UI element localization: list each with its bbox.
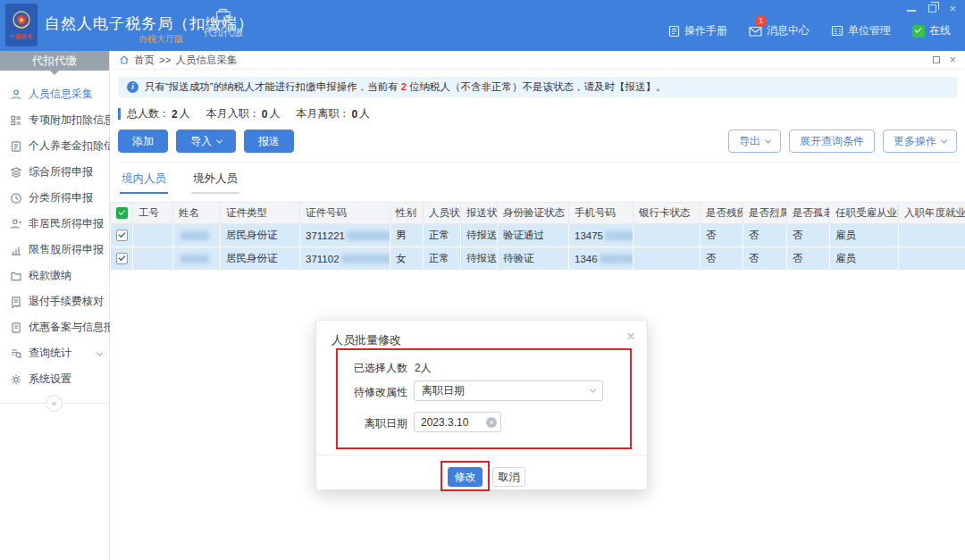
col-header: 人员状态	[424, 203, 461, 224]
home-icon	[119, 54, 130, 65]
sidebar-header: 代扣代缴	[0, 51, 109, 71]
page-tab-controls: ×	[933, 55, 956, 64]
logo-caption: 中国税务	[10, 32, 34, 40]
gear-icon	[10, 373, 22, 386]
breadcrumb-current: 人员信息采集	[175, 54, 237, 67]
sidebar-item-label: 人员信息采集	[29, 87, 93, 102]
breadcrumb-home[interactable]: 首页	[134, 54, 155, 67]
org-management-button[interactable]: 单位管理	[831, 23, 891, 38]
sidebar-item-tax-payment[interactable]: 税款缴纳	[0, 263, 109, 288]
table-row[interactable]: 居民身份证 3711221 男 正常 待报送 验证通过 13475 否 否 否 …	[111, 224, 965, 247]
online-status: 在线	[912, 23, 951, 38]
selected-count-label: 已选择人数	[343, 361, 407, 376]
import-button[interactable]: 导入	[176, 130, 236, 153]
module-tab-withholding[interactable]: 代扣代缴	[193, 8, 254, 39]
submit-button[interactable]: 报送	[244, 130, 294, 153]
cell-cert-type: 居民身份证	[221, 247, 300, 271]
page-close-icon[interactable]: ×	[949, 55, 956, 64]
modify-attribute-select[interactable]: 离职日期	[414, 380, 603, 401]
message-center-button[interactable]: 1 消息中心	[749, 23, 810, 38]
col-header: 是否烈属	[743, 203, 787, 224]
breadcrumb: 首页 >> 人员信息采集 ×	[110, 51, 965, 70]
minimize-icon[interactable]	[907, 10, 916, 12]
table-row[interactable]: 居民身份证 3711021 女 正常 待报送 待验证 1346 否 否 否 雇员	[111, 247, 965, 271]
batch-modify-modal: 人员批量修改 × 已选择人数 2人 待修改属性 离职日期 离职日期 × 修改 取…	[315, 320, 648, 490]
cell-bank-status	[634, 224, 701, 247]
sidebar-item-label: 综合所得申报	[29, 164, 93, 180]
cell-elderly: 否	[787, 224, 830, 247]
person-icon	[10, 88, 22, 101]
cell-elderly: 否	[787, 247, 830, 271]
redacted-id	[341, 255, 390, 263]
expand-filters-button[interactable]: 展开查询条件	[789, 130, 875, 153]
chevron-down-icon	[590, 387, 596, 393]
chevron-down-icon	[941, 137, 947, 143]
cell-bank-status	[634, 247, 701, 271]
clear-icon[interactable]: ×	[486, 417, 497, 428]
sidebar-item-preferential-filing[interactable]: 优惠备案与信息报送	[0, 314, 109, 340]
cell-person-status: 正常	[424, 247, 461, 271]
close-icon[interactable]: ×	[949, 3, 956, 14]
modal-close-icon[interactable]: ×	[626, 328, 635, 346]
cell-empno	[133, 224, 173, 247]
sidebar-item-label: 限售股所得申报	[29, 242, 104, 257]
sidebar-item-label: 系统设置	[29, 372, 71, 387]
restore-icon[interactable]	[928, 4, 936, 13]
sidebar-item-nonresident-income[interactable]: 非居民所得申报	[0, 211, 109, 237]
stats-leave-label: 本月离职：	[296, 106, 349, 121]
confirm-button[interactable]: 修改	[448, 467, 482, 487]
redacted-phone	[605, 231, 634, 240]
sidebar-collapse-button[interactable]: «	[46, 395, 63, 412]
chevron-down-icon	[765, 137, 771, 143]
cell-person-status: 正常	[424, 224, 461, 247]
sidebar-item-personnel-info[interactable]: 人员信息采集	[0, 81, 109, 107]
sidebar-item-label: 税款缴纳	[29, 268, 71, 283]
select-all-checkbox[interactable]	[116, 207, 128, 219]
col-header: 身份验证状态	[498, 203, 569, 224]
col-header: 工号	[133, 203, 173, 224]
sidebar-item-refund-fee-check[interactable]: 退付手续费核对	[0, 288, 109, 314]
sidebar-item-label: 查询统计	[29, 346, 71, 361]
report-doc-icon	[10, 322, 22, 334]
sidebar-item-classified-income[interactable]: 分类所得申报	[0, 185, 109, 211]
tab-overseas-personnel[interactable]: 境外人员	[191, 163, 239, 194]
sidebar-item-query-statistics[interactable]: 查询统计	[0, 340, 109, 366]
pension-doc-icon	[10, 140, 22, 153]
organization-icon	[831, 25, 843, 37]
col-header: 是否孤老	[787, 203, 830, 224]
cell-entry-year	[899, 224, 965, 247]
col-header: 报送状态	[461, 203, 498, 224]
notice-count: 2	[401, 81, 407, 92]
mail-icon	[749, 26, 762, 37]
row-checkbox[interactable]	[116, 253, 128, 264]
sidebar-item-special-deduction[interactable]: 专项附加扣除信息采集	[0, 107, 109, 133]
col-header: 性别	[390, 203, 424, 224]
chevron-down-icon	[216, 137, 222, 143]
add-button[interactable]: 添加	[118, 130, 168, 153]
col-header: 证件号码	[300, 203, 390, 224]
sidebar-item-restricted-shares[interactable]: 限售股所得申报	[0, 237, 109, 263]
col-header: 任职受雇从业类型	[830, 203, 899, 224]
cell-empno	[133, 247, 173, 271]
col-header: 手机号码	[569, 203, 634, 224]
cell-report-status: 待报送	[461, 247, 498, 271]
person-alt-icon	[10, 218, 22, 230]
export-button[interactable]: 导出	[728, 130, 781, 153]
row-checkbox[interactable]	[116, 230, 128, 241]
leave-date-label: 离职日期	[343, 416, 407, 431]
more-actions-button[interactable]: 更多操作	[883, 130, 957, 153]
window-controls: ×	[907, 2, 956, 14]
stats-total-unit: 人	[180, 106, 190, 121]
stats-row: 总人数： 2 人 本月入职： 0 人 本月离职： 0 人	[118, 106, 957, 121]
sidebar-item-comprehensive-income[interactable]: 综合所得申报	[0, 159, 109, 185]
tab-domestic-personnel[interactable]: 境内人员	[120, 163, 168, 194]
page-restore-icon[interactable]	[933, 56, 940, 63]
notice-banner: i 只有“报送成功”的纳税人才能进行扣缴申报操作，当前有2位纳税人（不含非正常）…	[118, 77, 957, 97]
cancel-button[interactable]: 取消	[492, 467, 525, 487]
sidebar-item-system-settings[interactable]: 系统设置	[0, 366, 109, 392]
cell-phone: 13475	[569, 224, 634, 247]
header-actions: 操作手册 1 消息中心 单位管理 在线	[668, 23, 951, 38]
manual-button[interactable]: 操作手册	[668, 23, 727, 38]
sidebar-item-pension-deduction[interactable]: 个人养老金扣除信息采集	[0, 133, 109, 159]
redacted-phone	[600, 255, 634, 263]
